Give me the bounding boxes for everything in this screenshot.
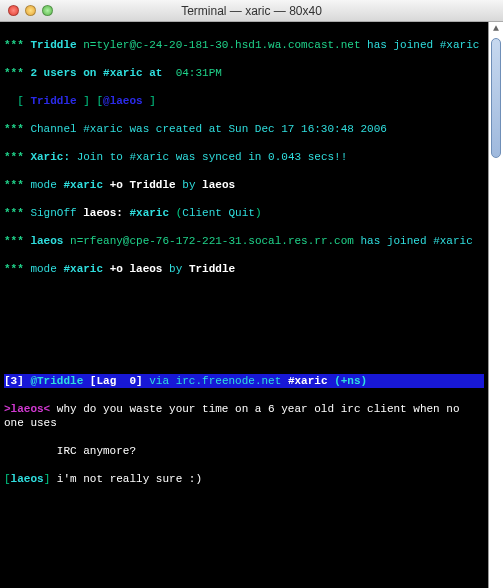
terminal-content[interactable]: *** Triddle n=tyler@c-24-20-181-30.hsd1.… — [0, 22, 488, 588]
stars: *** — [4, 39, 24, 51]
scroll-up-icon[interactable]: ▲ — [489, 22, 503, 37]
join-msg: has joined #xaric — [367, 39, 479, 51]
scrollbar[interactable]: ▲ — [488, 22, 503, 588]
nick: Triddle — [30, 39, 76, 51]
status-bar-3: [3] @Triddle [Lag 0] via irc.freenode.ne… — [4, 374, 484, 388]
nick-prompt: >laeos< — [4, 403, 50, 415]
window-title: Terminal — xaric — 80x40 — [0, 4, 503, 18]
scroll-thumb[interactable] — [491, 38, 501, 158]
userhost: n=tyler@c-24-20-181-30.hsd1.wa.comcast.n… — [83, 39, 360, 51]
titlebar: Terminal — xaric — 80x40 — [0, 0, 503, 22]
